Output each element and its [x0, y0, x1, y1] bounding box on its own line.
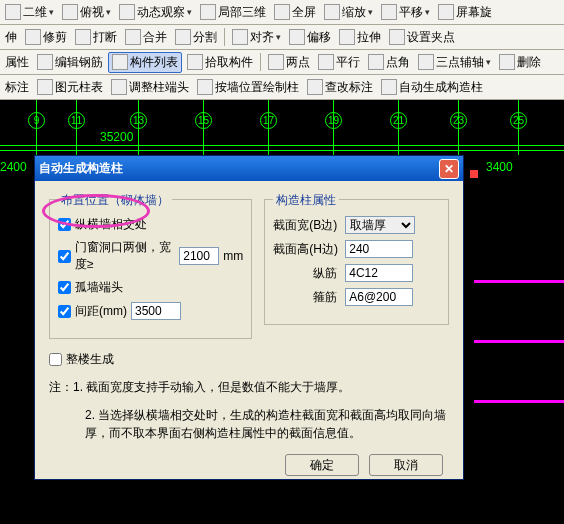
- fieldset-colprops: 构造柱属性 截面宽(B边) 取墙厚 截面高(H边) 纵筋 箍筋: [264, 199, 449, 325]
- note-2: 2. 当选择纵横墙相交处时，生成的构造柱截面宽和截面高均取同向墙厚，而不取本界面…: [49, 406, 449, 442]
- tool-break[interactable]: 打断: [72, 28, 120, 47]
- tool-align[interactable]: 对齐▾: [229, 28, 284, 47]
- lbl-secw: 截面宽(B边): [273, 217, 341, 234]
- lbl-mm: mm: [223, 249, 243, 263]
- lbl-sech: 截面高(H边): [273, 241, 341, 258]
- lbl-opening: 门窗洞口两侧，宽度≥: [75, 239, 175, 273]
- tool-zoom[interactable]: 缩放▾: [321, 3, 376, 22]
- lbl-stirrup: 箍筋: [273, 289, 341, 306]
- chk-isolatedwall[interactable]: [58, 281, 71, 294]
- chk-opening[interactable]: [58, 250, 71, 263]
- tool-split[interactable]: 分割: [172, 28, 220, 47]
- lbl-isolated: 孤墙端头: [75, 279, 123, 296]
- tool-checkannot[interactable]: 查改标注: [304, 78, 376, 97]
- tool-screenrot[interactable]: 屏幕旋: [435, 3, 495, 22]
- tool-orbit[interactable]: 动态观察▾: [116, 3, 195, 22]
- ok-button[interactable]: 确定: [285, 454, 359, 476]
- tool-topview[interactable]: 俯视▾: [59, 3, 114, 22]
- tool-grip[interactable]: 设置夹点: [386, 28, 458, 47]
- chk-wholefloor[interactable]: [49, 353, 62, 366]
- input-sech[interactable]: [345, 240, 413, 258]
- dim-left: 2400: [0, 160, 27, 174]
- toolbar-row-3: 属性 编辑钢筋 构件列表 拾取构件 两点 平行 点角 三点辅轴▾ 删除: [0, 50, 564, 75]
- tool-fullscreen[interactable]: 全屏: [271, 3, 319, 22]
- tool-pick[interactable]: 拾取构件: [184, 53, 256, 72]
- dim-right: 3400: [486, 160, 513, 174]
- fieldset-position: 布置位置（砌体墙） 纵横墙相交处 门窗洞口两侧，宽度≥ mm 孤墙端头: [49, 199, 252, 339]
- legend-right: 构造柱属性: [273, 192, 339, 209]
- close-icon[interactable]: ✕: [439, 159, 459, 179]
- lbl-wholefloor: 整楼生成: [66, 351, 114, 368]
- tool-trim[interactable]: 修剪: [22, 28, 70, 47]
- input-opening-width[interactable]: [179, 247, 219, 265]
- lbl-spacing: 间距(mm): [75, 303, 127, 320]
- dialog-titlebar[interactable]: 自动生成构造柱 ✕: [35, 156, 463, 181]
- tool-componentlist[interactable]: 构件列表: [108, 52, 182, 73]
- tool-local3d[interactable]: 局部三维: [197, 3, 269, 22]
- legend-left: 布置位置（砌体墙）: [58, 192, 172, 209]
- tool-ptangle[interactable]: 点角: [365, 53, 413, 72]
- tool-parallel[interactable]: 平行: [315, 53, 363, 72]
- cancel-button[interactable]: 取消: [369, 454, 443, 476]
- select-secw[interactable]: 取墙厚: [345, 216, 415, 234]
- input-longbar[interactable]: [345, 264, 413, 282]
- tool-adjustcolend[interactable]: 调整柱端头: [108, 78, 192, 97]
- toolbar-row-2: 伸 修剪 打断 合并 分割 对齐▾ 偏移 拉伸 设置夹点: [0, 25, 564, 50]
- bottom-dimensions: 3300 3300 3600 3600 3600 3400 3400 1200: [0, 492, 564, 524]
- chk-crosswall[interactable]: [58, 218, 71, 231]
- tool-stretch[interactable]: 拉伸: [336, 28, 384, 47]
- tool-coltable[interactable]: 图元柱表: [34, 78, 106, 97]
- tool-pan[interactable]: 平移▾: [378, 3, 433, 22]
- note-1: 注：1. 截面宽度支持手动输入，但是数值不能大于墙厚。: [49, 378, 449, 396]
- dim-total: 35200: [100, 130, 133, 144]
- tool-editrebar[interactable]: 编辑钢筋: [34, 53, 106, 72]
- tool-annotate[interactable]: 标注: [2, 78, 32, 97]
- tool-2pt[interactable]: 两点: [265, 53, 313, 72]
- dialog-title-text: 自动生成构造柱: [39, 160, 123, 177]
- tool-3ptaxis[interactable]: 三点辅轴▾: [415, 53, 494, 72]
- input-stirrup[interactable]: [345, 288, 413, 306]
- tool-extend[interactable]: 伸: [2, 28, 20, 47]
- tool-2d[interactable]: 二维▾: [2, 3, 57, 22]
- input-spacing[interactable]: [131, 302, 181, 320]
- lbl-crosswall: 纵横墙相交处: [75, 216, 147, 233]
- tool-offset[interactable]: 偏移: [286, 28, 334, 47]
- tool-delete[interactable]: 删除: [496, 53, 544, 72]
- tool-autogencol[interactable]: 自动生成构造柱: [378, 78, 486, 97]
- toolbar-row-1: 二维▾ 俯视▾ 动态观察▾ 局部三维 全屏 缩放▾ 平移▾ 屏幕旋: [0, 0, 564, 25]
- toolbar-row-4: 标注 图元柱表 调整柱端头 按墙位置绘制柱 查改标注 自动生成构造柱: [0, 75, 564, 100]
- dialog-autogen-column: 自动生成构造柱 ✕ 布置位置（砌体墙） 纵横墙相交处 门窗洞口两侧，宽度≥ mm: [34, 155, 464, 480]
- lbl-longbar: 纵筋: [273, 265, 341, 282]
- tool-drawcolbywall[interactable]: 按墙位置绘制柱: [194, 78, 302, 97]
- tool-props[interactable]: 属性: [2, 53, 32, 72]
- chk-spacing[interactable]: [58, 305, 71, 318]
- tool-join[interactable]: 合并: [122, 28, 170, 47]
